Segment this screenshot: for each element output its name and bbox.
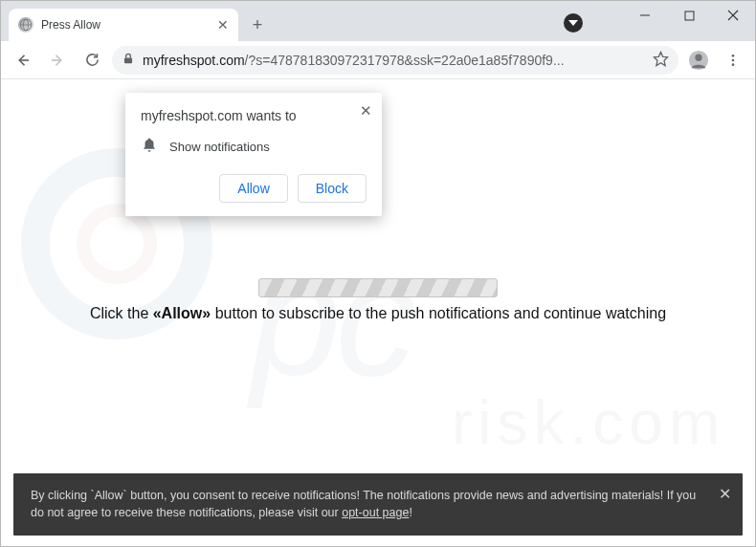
svg-line-2 bbox=[728, 11, 738, 20]
globe-icon bbox=[18, 17, 33, 33]
bell-icon bbox=[141, 137, 158, 157]
svg-point-13 bbox=[732, 55, 735, 57]
permission-line: Show notifications bbox=[169, 140, 270, 154]
footer-line1: By clicking `Allow` button, you consent … bbox=[31, 489, 550, 502]
svg-point-15 bbox=[732, 63, 735, 66]
instruction-strong: «Allow» bbox=[153, 305, 211, 321]
block-button[interactable]: Block bbox=[298, 174, 367, 203]
dialog-title-suffix: wants to bbox=[243, 108, 297, 123]
svg-point-14 bbox=[732, 58, 735, 61]
watermark-sub: risk.com bbox=[452, 387, 725, 458]
profile-dropdown-icon[interactable] bbox=[564, 13, 583, 33]
instruction-post: button to subscribe to the push notifica… bbox=[211, 305, 666, 321]
dialog-close-icon[interactable]: ✕ bbox=[360, 102, 372, 120]
url-path: /?s=478781830972317978&ssk=22a0e1a85f789… bbox=[245, 53, 565, 68]
tab-title: Press Allow bbox=[41, 18, 210, 32]
dialog-title: myfreshspot.com wants to bbox=[141, 108, 367, 123]
allow-button[interactable]: Allow bbox=[219, 174, 287, 203]
url-host: myfreshspot.com bbox=[143, 53, 245, 68]
star-icon[interactable] bbox=[653, 51, 669, 70]
opt-out-link[interactable]: opt-out page bbox=[342, 506, 409, 519]
svg-line-3 bbox=[728, 11, 738, 20]
forward-button[interactable] bbox=[43, 46, 72, 75]
dialog-origin: myfreshspot.com bbox=[141, 108, 243, 123]
new-tab-button[interactable]: + bbox=[244, 11, 271, 38]
svg-marker-10 bbox=[654, 52, 667, 65]
notification-permission-dialog: ✕ myfreshspot.com wants to Show notifica… bbox=[125, 93, 382, 216]
footer-line2-post: ! bbox=[409, 506, 411, 519]
kebab-menu-icon[interactable] bbox=[719, 46, 747, 75]
reload-button[interactable] bbox=[78, 46, 106, 75]
svg-rect-9 bbox=[124, 57, 132, 63]
window-close-button[interactable] bbox=[711, 1, 755, 30]
tab-close-icon[interactable]: ✕ bbox=[217, 17, 229, 33]
svg-point-12 bbox=[695, 54, 701, 60]
instruction-pre: Click the bbox=[90, 305, 153, 321]
window-minimize-button[interactable] bbox=[623, 1, 667, 30]
browser-toolbar: myfreshspot.com/?s=478781830972317978&ss… bbox=[1, 41, 755, 79]
window-maximize-button[interactable] bbox=[667, 1, 711, 30]
svg-rect-1 bbox=[685, 11, 694, 20]
instruction-text: Click the «Allow» button to subscribe to… bbox=[2, 305, 754, 322]
progress-bar bbox=[258, 278, 498, 297]
address-bar[interactable]: myfreshspot.com/?s=478781830972317978&ss… bbox=[112, 46, 678, 75]
consent-close-icon[interactable]: ✕ bbox=[719, 483, 731, 506]
back-button[interactable] bbox=[9, 46, 37, 75]
browser-tab[interactable]: Press Allow ✕ bbox=[9, 9, 238, 41]
profile-avatar-icon[interactable] bbox=[684, 46, 713, 75]
url-text: myfreshspot.com/?s=478781830972317978&ss… bbox=[143, 53, 645, 68]
consent-bar: By clicking `Allow` button, you consent … bbox=[13, 473, 743, 536]
lock-icon bbox=[122, 52, 135, 68]
